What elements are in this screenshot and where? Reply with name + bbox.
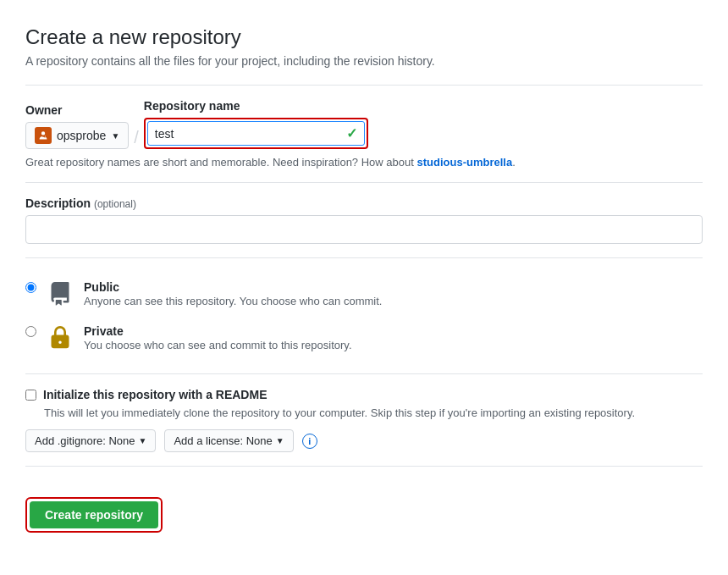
visibility-private-text: Private You choose who can see and commi… [84, 324, 352, 351]
divider-2 [25, 182, 703, 183]
repo-name-inner: ✓ [147, 121, 365, 146]
init-readme-hint: This will let you immediately clone the … [44, 406, 703, 419]
divider-3 [25, 257, 703, 258]
owner-avatar [35, 127, 52, 144]
repo-name-label: Repository name [144, 99, 368, 113]
visibility-private-option: Private You choose who can see and commi… [25, 316, 703, 360]
page-subtitle: A repository contains all the files for … [25, 54, 703, 68]
owner-name: opsprobe [57, 129, 106, 142]
owner-dropdown[interactable]: opsprobe ▼ [25, 122, 129, 149]
license-dropdown[interactable]: Add a license: None ▼ [164, 429, 293, 452]
create-repository-button[interactable]: Create repository [30, 501, 158, 528]
info-icon[interactable]: i [302, 434, 317, 449]
divider-1 [25, 85, 703, 86]
license-caret-icon: ▼ [276, 436, 284, 445]
repo-name-hint: Great repository names are short and mem… [25, 156, 703, 169]
visibility-section: Public Anyone can see this repository. Y… [25, 272, 703, 360]
divider-4 [25, 373, 703, 374]
public-icon [47, 280, 74, 307]
repo-name-suggestion-link[interactable]: studious-umbrella [416, 156, 512, 169]
divider-5 [25, 466, 703, 467]
owner-caret-icon: ▼ [111, 131, 119, 141]
gitignore-caret-icon: ▼ [139, 436, 147, 445]
visibility-public-option: Public Anyone can see this repository. Y… [25, 272, 703, 316]
slash-separator: / [134, 128, 139, 149]
description-optional: (optional) [94, 198, 136, 210]
page-title: Create a new repository [25, 25, 703, 49]
description-input[interactable] [25, 215, 703, 244]
repo-name-highlight: ✓ [144, 118, 368, 149]
visibility-private-radio[interactable] [25, 326, 36, 337]
create-button-wrapper: Create repository [25, 497, 163, 533]
init-section: Initialize this repository with a README… [25, 388, 703, 452]
visibility-public-text: Public Anyone can see this repository. Y… [84, 280, 382, 307]
repo-name-input[interactable] [155, 127, 341, 141]
private-icon [47, 324, 74, 351]
init-readme-checkbox[interactable] [25, 390, 36, 401]
init-readme-label[interactable]: Initialize this repository with a README [43, 388, 267, 401]
dropdowns-row: Add .gitignore: None ▼ Add a license: No… [25, 429, 703, 452]
description-label: Description (optional) [25, 196, 703, 210]
visibility-public-radio[interactable] [25, 282, 36, 293]
gitignore-dropdown[interactable]: Add .gitignore: None ▼ [25, 429, 156, 452]
repo-name-valid-icon: ✓ [346, 125, 357, 141]
owner-label: Owner [25, 103, 129, 117]
